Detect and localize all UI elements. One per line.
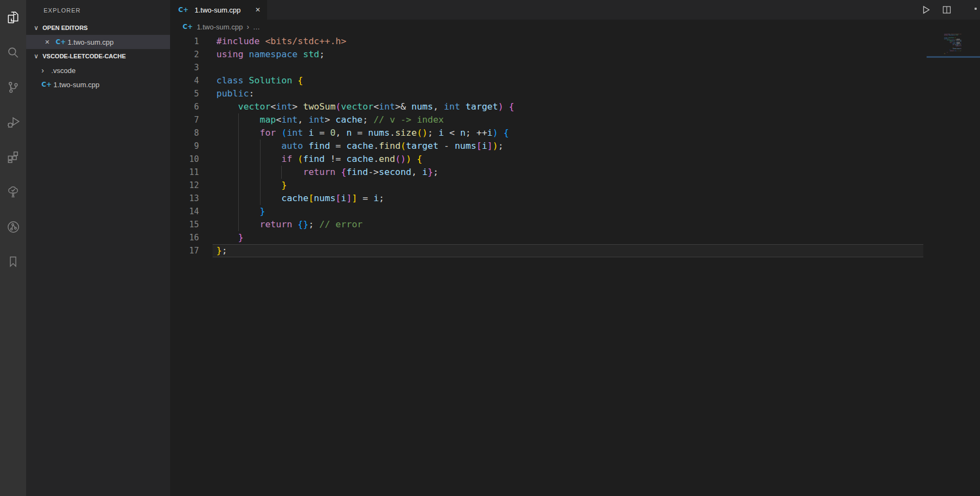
tree-view-icon[interactable]	[0, 174, 26, 209]
code-line[interactable]: 14 }	[170, 205, 980, 218]
line-number[interactable]: 16	[170, 231, 199, 244]
line-number[interactable]: 4	[170, 74, 199, 87]
breadcrumb-separator-icon: ›	[246, 22, 249, 31]
line-number[interactable]: 8	[170, 126, 199, 140]
section-label: OPEN EDITORS	[43, 25, 88, 31]
open-editor-item[interactable]: ✕ C+ 1.two-sum.cpp	[26, 35, 170, 49]
code-editor[interactable]: 1#include <bits/stdc++.h>2using namespac…	[170, 35, 980, 257]
file-label: 1.two-sum.cpp	[53, 81, 100, 89]
section-open-editors[interactable]: ∨ OPEN EDITORS	[26, 21, 170, 35]
code-line[interactable]: 16 }	[170, 231, 980, 244]
line-number[interactable]: 7	[170, 113, 199, 126]
cpp-file-icon: C+	[183, 23, 193, 31]
split-editor-button[interactable]	[942, 5, 951, 16]
run-code-button[interactable]	[921, 5, 931, 17]
code-line[interactable]: 15 return {}; // error	[170, 218, 980, 231]
breadcrumb[interactable]: C+ 1.two-sum.cpp › …	[170, 20, 980, 34]
code-line[interactable]: 1#include <bits/stdc++.h>	[170, 35, 980, 48]
editor-actions	[920, 0, 980, 20]
cpp-file-icon: C+	[178, 6, 190, 14]
line-number[interactable]: 5	[170, 87, 199, 100]
line-number[interactable]: 15	[170, 218, 199, 231]
overview-ruler-mark	[957, 39, 960, 40]
chevron-right-icon: ›	[41, 66, 51, 75]
tab-close-icon[interactable]: ✕	[253, 5, 263, 15]
run-debug-icon[interactable]	[0, 105, 26, 140]
line-number[interactable]: 11	[170, 166, 199, 179]
chevron-down-icon: ∨	[34, 52, 43, 60]
open-editor-label: 1.two-sum.cpp	[68, 38, 114, 46]
more-actions-icon[interactable]	[975, 8, 977, 10]
sidebar-title: EXPLORER	[26, 0, 170, 21]
extensions-icon[interactable]	[0, 140, 26, 174]
bookmarks-icon[interactable]	[0, 244, 26, 279]
folder-label: .vscode	[51, 66, 76, 75]
code-line[interactable]: 10 if (find != cache.end()) {	[170, 153, 980, 166]
chevron-down-icon: ∨	[34, 24, 43, 32]
explorer-sidebar: EXPLORER ∨ OPEN EDITORS ✕ C+ 1.two-sum.c…	[26, 0, 170, 496]
code-line[interactable]: 4class Solution {	[170, 74, 980, 87]
code-line[interactable]: 5public:	[170, 87, 980, 100]
editor-group: C+ 1.two-sum.cpp ✕ C+ 1.two-sum.cpp › … …	[170, 0, 980, 496]
code-line[interactable]: 7 map<int, int> cache; // v -> index	[170, 113, 980, 126]
file-item-two-sum[interactable]: C+ 1.two-sum.cpp	[26, 77, 170, 92]
network-graph-icon[interactable]	[0, 209, 26, 244]
code-line[interactable]: 9 auto find = cache.find(target - nums[i…	[170, 140, 980, 153]
tab-label: 1.two-sum.cpp	[195, 6, 241, 14]
section-label: VSCODE-LEETCODE-CACHE	[43, 53, 126, 59]
source-control-icon[interactable]	[0, 70, 26, 105]
section-workspace[interactable]: ∨ VSCODE-LEETCODE-CACHE	[26, 49, 170, 63]
vscode-window: { "ui": { "chevron_down": "∨", "chevron_…	[0, 0, 980, 496]
search-icon[interactable]	[0, 35, 26, 70]
code-line[interactable]: 17};	[170, 244, 980, 257]
line-number[interactable]: 1	[170, 35, 199, 48]
breadcrumb-more[interactable]: …	[253, 23, 260, 31]
line-number[interactable]: 10	[170, 153, 199, 166]
code-line[interactable]: 12 }	[170, 179, 980, 192]
minimap-current-line	[927, 56, 980, 58]
tab-two-sum[interactable]: C+ 1.two-sum.cpp ✕	[170, 0, 267, 20]
code-line[interactable]: 8 for (int i = 0, n = nums.size(); i < n…	[170, 126, 980, 140]
code-line[interactable]: 6 vector<int> twoSum(vector<int>& nums, …	[170, 100, 980, 113]
code-line[interactable]: 2using namespace std;	[170, 48, 980, 61]
folder-item-vscode[interactable]: › .vscode	[26, 63, 170, 77]
line-number[interactable]: 12	[170, 179, 199, 192]
line-number[interactable]: 3	[170, 61, 199, 74]
breadcrumb-file[interactable]: 1.two-sum.cpp	[197, 23, 243, 31]
line-number[interactable]: 2	[170, 48, 199, 61]
cpp-file-icon: C+	[56, 38, 68, 46]
line-number[interactable]: 9	[170, 140, 199, 153]
line-number[interactable]: 6	[170, 100, 199, 113]
overview-ruler-mark	[957, 42, 960, 44]
explorer-icon[interactable]	[0, 0, 26, 35]
activity-bar	[0, 0, 26, 496]
close-icon[interactable]: ✕	[45, 39, 56, 46]
cpp-file-icon: C+	[41, 81, 53, 88]
line-number[interactable]: 14	[170, 205, 199, 218]
code-line[interactable]: 11 return {find->second, i};	[170, 166, 980, 179]
tab-bar: C+ 1.two-sum.cpp ✕	[170, 0, 980, 20]
line-number[interactable]: 13	[170, 192, 199, 205]
line-number[interactable]: 17	[170, 244, 199, 257]
code-line[interactable]: 13 cache[nums[i]] = i;	[170, 192, 980, 205]
code-line[interactable]: 3	[170, 61, 980, 74]
